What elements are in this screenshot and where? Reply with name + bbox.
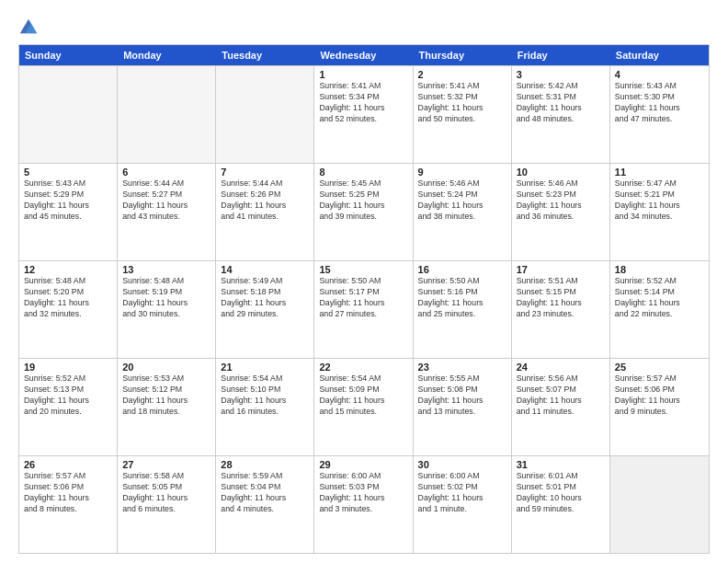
calendar-cell-20: 20Sunrise: 5:53 AMSunset: 5:12 PMDayligh… xyxy=(118,359,216,455)
calendar-cell-25: 25Sunrise: 5:57 AMSunset: 5:06 PMDayligh… xyxy=(610,359,709,455)
cell-info: Sunrise: 6:01 AMSunset: 5:01 PMDaylight:… xyxy=(517,471,605,515)
cell-info: Sunrise: 5:41 AMSunset: 5:34 PMDaylight:… xyxy=(319,81,407,125)
weekday-header-tuesday: Tuesday xyxy=(216,45,314,65)
cell-info: Sunrise: 5:44 AMSunset: 5:26 PMDaylight:… xyxy=(221,178,309,223)
calendar-cell-6: 6Sunrise: 5:44 AMSunset: 5:27 PMDaylight… xyxy=(118,164,216,260)
day-number: 4 xyxy=(615,69,704,80)
day-number: 20 xyxy=(122,362,210,373)
calendar-cell-11: 11Sunrise: 5:47 AMSunset: 5:21 PMDayligh… xyxy=(610,164,709,260)
day-number: 26 xyxy=(24,459,112,470)
calendar-cell-7: 7Sunrise: 5:44 AMSunset: 5:26 PMDaylight… xyxy=(216,164,314,260)
day-number: 7 xyxy=(221,167,309,178)
cell-info: Sunrise: 5:49 AMSunset: 5:18 PMDaylight:… xyxy=(221,276,309,320)
cell-info: Sunrise: 5:46 AMSunset: 5:24 PMDaylight:… xyxy=(418,178,506,223)
day-number: 18 xyxy=(615,264,704,275)
header xyxy=(18,17,710,37)
weekday-header-sunday: Sunday xyxy=(19,45,118,65)
cell-info: Sunrise: 6:00 AMSunset: 5:03 PMDaylight:… xyxy=(319,471,407,515)
page: SundayMondayTuesdayWednesdayThursdayFrid… xyxy=(0,0,728,563)
calendar-cell-2: 2Sunrise: 5:41 AMSunset: 5:32 PMDaylight… xyxy=(414,66,512,163)
day-number: 10 xyxy=(517,167,605,178)
cell-info: Sunrise: 5:53 AMSunset: 5:12 PMDaylight:… xyxy=(122,373,210,418)
cell-info: Sunrise: 5:46 AMSunset: 5:23 PMDaylight:… xyxy=(517,178,605,223)
cell-info: Sunrise: 5:59 AMSunset: 5:04 PMDaylight:… xyxy=(221,471,309,515)
cell-info: Sunrise: 5:50 AMSunset: 5:17 PMDaylight:… xyxy=(319,276,407,320)
calendar-cell-4: 4Sunrise: 5:43 AMSunset: 5:30 PMDaylight… xyxy=(610,66,709,163)
day-number: 30 xyxy=(418,459,506,470)
day-number: 21 xyxy=(221,362,309,373)
day-number: 11 xyxy=(615,167,704,178)
calendar-cell-3: 3Sunrise: 5:42 AMSunset: 5:31 PMDaylight… xyxy=(512,66,610,163)
calendar-cell-empty xyxy=(216,66,314,163)
calendar-cell-16: 16Sunrise: 5:50 AMSunset: 5:16 PMDayligh… xyxy=(414,261,512,358)
calendar-cell-10: 10Sunrise: 5:46 AMSunset: 5:23 PMDayligh… xyxy=(512,164,610,260)
day-number: 27 xyxy=(122,459,210,470)
calendar-cell-21: 21Sunrise: 5:54 AMSunset: 5:10 PMDayligh… xyxy=(216,359,314,455)
day-number: 29 xyxy=(319,459,407,470)
calendar-cell-30: 30Sunrise: 6:00 AMSunset: 5:02 PMDayligh… xyxy=(414,456,512,553)
calendar: SundayMondayTuesdayWednesdayThursdayFrid… xyxy=(18,44,710,554)
calendar-row-2: 12Sunrise: 5:48 AMSunset: 5:20 PMDayligh… xyxy=(19,260,709,358)
calendar-cell-14: 14Sunrise: 5:49 AMSunset: 5:18 PMDayligh… xyxy=(216,261,314,358)
calendar-cell-9: 9Sunrise: 5:46 AMSunset: 5:24 PMDaylight… xyxy=(414,164,512,260)
calendar-cell-23: 23Sunrise: 5:55 AMSunset: 5:08 PMDayligh… xyxy=(414,359,512,455)
logo-icon xyxy=(18,17,39,37)
weekday-header-saturday: Saturday xyxy=(610,45,709,65)
calendar-row-1: 5Sunrise: 5:43 AMSunset: 5:29 PMDaylight… xyxy=(19,163,709,260)
calendar-cell-28: 28Sunrise: 5:59 AMSunset: 5:04 PMDayligh… xyxy=(216,456,314,553)
day-number: 2 xyxy=(418,69,506,80)
calendar-cell-27: 27Sunrise: 5:58 AMSunset: 5:05 PMDayligh… xyxy=(118,456,216,553)
cell-info: Sunrise: 5:56 AMSunset: 5:07 PMDaylight:… xyxy=(517,373,605,418)
calendar-cell-empty xyxy=(19,66,118,163)
cell-info: Sunrise: 5:45 AMSunset: 5:25 PMDaylight:… xyxy=(319,178,407,223)
cell-info: Sunrise: 5:52 AMSunset: 5:13 PMDaylight:… xyxy=(24,373,112,418)
day-number: 22 xyxy=(319,362,407,373)
calendar-cell-31: 31Sunrise: 6:01 AMSunset: 5:01 PMDayligh… xyxy=(512,456,610,553)
calendar-cell-8: 8Sunrise: 5:45 AMSunset: 5:25 PMDaylight… xyxy=(314,164,413,260)
logo xyxy=(18,17,42,37)
day-number: 5 xyxy=(24,167,112,178)
calendar-cell-26: 26Sunrise: 5:57 AMSunset: 5:06 PMDayligh… xyxy=(19,456,118,553)
calendar-cell-1: 1Sunrise: 5:41 AMSunset: 5:34 PMDaylight… xyxy=(314,66,413,163)
cell-info: Sunrise: 6:00 AMSunset: 5:02 PMDaylight:… xyxy=(418,471,506,515)
calendar-cell-18: 18Sunrise: 5:52 AMSunset: 5:14 PMDayligh… xyxy=(610,261,709,358)
day-number: 15 xyxy=(319,264,407,275)
calendar-cell-19: 19Sunrise: 5:52 AMSunset: 5:13 PMDayligh… xyxy=(19,359,118,455)
cell-info: Sunrise: 5:42 AMSunset: 5:31 PMDaylight:… xyxy=(517,81,605,125)
cell-info: Sunrise: 5:52 AMSunset: 5:14 PMDaylight:… xyxy=(615,276,704,320)
day-number: 1 xyxy=(319,69,407,80)
calendar-cell-29: 29Sunrise: 6:00 AMSunset: 5:03 PMDayligh… xyxy=(314,456,413,553)
calendar-cell-15: 15Sunrise: 5:50 AMSunset: 5:17 PMDayligh… xyxy=(314,261,413,358)
day-number: 25 xyxy=(615,362,704,373)
calendar-row-3: 19Sunrise: 5:52 AMSunset: 5:13 PMDayligh… xyxy=(19,358,709,455)
day-number: 14 xyxy=(221,264,309,275)
day-number: 24 xyxy=(517,362,605,373)
calendar-cell-empty xyxy=(118,66,216,163)
day-number: 12 xyxy=(24,264,112,275)
day-number: 8 xyxy=(319,167,407,178)
weekday-header-wednesday: Wednesday xyxy=(314,45,413,65)
day-number: 3 xyxy=(517,69,605,80)
cell-info: Sunrise: 5:41 AMSunset: 5:32 PMDaylight:… xyxy=(418,81,506,125)
cell-info: Sunrise: 5:48 AMSunset: 5:20 PMDaylight:… xyxy=(24,276,112,320)
day-number: 19 xyxy=(24,362,112,373)
cell-info: Sunrise: 5:44 AMSunset: 5:27 PMDaylight:… xyxy=(122,178,210,223)
calendar-cell-5: 5Sunrise: 5:43 AMSunset: 5:29 PMDaylight… xyxy=(19,164,118,260)
day-number: 13 xyxy=(122,264,210,275)
cell-info: Sunrise: 5:54 AMSunset: 5:09 PMDaylight:… xyxy=(319,373,407,418)
cell-info: Sunrise: 5:50 AMSunset: 5:16 PMDaylight:… xyxy=(418,276,506,320)
calendar-row-4: 26Sunrise: 5:57 AMSunset: 5:06 PMDayligh… xyxy=(19,455,709,553)
day-number: 6 xyxy=(122,167,210,178)
weekday-header-friday: Friday xyxy=(512,45,610,65)
day-number: 16 xyxy=(418,264,506,275)
cell-info: Sunrise: 5:58 AMSunset: 5:05 PMDaylight:… xyxy=(122,471,210,515)
calendar-cell-17: 17Sunrise: 5:51 AMSunset: 5:15 PMDayligh… xyxy=(512,261,610,358)
cell-info: Sunrise: 5:51 AMSunset: 5:15 PMDaylight:… xyxy=(517,276,605,320)
cell-info: Sunrise: 5:57 AMSunset: 5:06 PMDaylight:… xyxy=(615,373,704,418)
calendar-row-0: 1Sunrise: 5:41 AMSunset: 5:34 PMDaylight… xyxy=(19,65,709,163)
calendar-cell-13: 13Sunrise: 5:48 AMSunset: 5:19 PMDayligh… xyxy=(118,261,216,358)
day-number: 28 xyxy=(221,459,309,470)
day-number: 17 xyxy=(517,264,605,275)
day-number: 23 xyxy=(418,362,506,373)
day-number: 31 xyxy=(517,459,605,470)
